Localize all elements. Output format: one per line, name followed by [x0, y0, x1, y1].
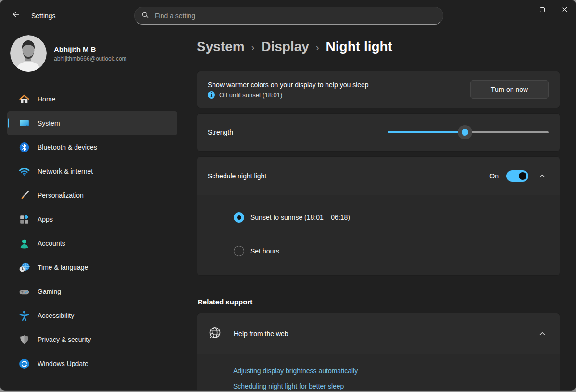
sidebar-item-privacy-security[interactable]: Privacy & security	[7, 328, 177, 352]
chevron-up-icon[interactable]	[536, 170, 548, 182]
radio-label: Sunset to sunrise (18:01 – 06:18)	[250, 214, 350, 221]
sidebar-item-label: Gaming	[38, 288, 61, 295]
profile-email: abhijithmb666@outlook.com	[54, 55, 127, 62]
network-icon	[18, 165, 30, 177]
back-button[interactable]	[8, 8, 24, 23]
breadcrumb: System › Display › Night light	[197, 38, 560, 55]
toggle-state-label: On	[489, 172, 499, 180]
minimize-icon	[517, 6, 523, 14]
sidebar-item-windows-update[interactable]: Windows Update	[7, 352, 177, 376]
bluetooth-icon	[18, 141, 30, 153]
search-icon	[141, 11, 155, 21]
page-title: Night light	[326, 39, 392, 54]
selected-accent-pill	[8, 119, 9, 128]
info-icon: i	[208, 91, 215, 99]
option-sunset-to-sunrise[interactable]: Sunset to sunrise (18:01 – 06:18)	[234, 212, 560, 223]
minimize-button[interactable]	[509, 0, 531, 20]
radio-label: Set hours	[250, 247, 279, 255]
strength-card: Strength	[197, 113, 560, 152]
close-button[interactable]	[553, 0, 576, 20]
sidebar-item-label: System	[38, 119, 60, 127]
link-adjusting-brightness[interactable]: Adjusting display brightness automatical…	[233, 367, 358, 375]
strength-label: Strength	[208, 128, 233, 136]
sidebar-nav: Home System Bluetooth & devices Net	[0, 87, 183, 376]
back-arrow-icon	[12, 10, 20, 21]
sidebar-item-label: Home	[38, 95, 55, 103]
avatar	[10, 35, 47, 72]
home-icon	[18, 93, 30, 105]
night-light-description: Show warmer colors on your display to he…	[208, 81, 470, 89]
schedule-toggle[interactable]	[506, 170, 528, 182]
sidebar-item-label: Accounts	[38, 240, 65, 247]
sidebar-item-accounts[interactable]: Accounts	[7, 231, 177, 255]
sidebar-item-label: Personalization	[38, 191, 84, 199]
profile-name: Abhijith M B	[54, 45, 127, 53]
sidebar-item-personalization[interactable]: Personalization	[7, 183, 177, 207]
gaming-icon	[18, 285, 30, 298]
system-icon	[18, 117, 30, 129]
main-content: System › Display › Night light Show warm…	[183, 25, 576, 390]
schedule-header[interactable]: Schedule night light On	[197, 157, 560, 195]
settings-window: Settings	[0, 0, 576, 391]
sidebar-item-label: Bluetooth & devices	[38, 143, 97, 151]
apps-icon	[18, 213, 30, 226]
sidebar-item-accessibility[interactable]: Accessibility	[7, 303, 177, 328]
sidebar-item-label: Apps	[38, 215, 53, 223]
sidebar-item-label: Windows Update	[38, 360, 88, 367]
turn-on-now-button[interactable]: Turn on now	[470, 80, 549, 99]
breadcrumb-system[interactable]: System	[197, 39, 245, 54]
user-profile[interactable]: Abhijith M B abhijithmb666@outlook.com	[10, 35, 127, 72]
sidebar-item-network-internet[interactable]: Network & internet	[7, 159, 177, 183]
chevron-up-icon[interactable]	[536, 328, 548, 340]
link-scheduling-night-light[interactable]: Scheduling night light for better sleep	[233, 382, 344, 390]
sidebar-item-label: Privacy & security	[38, 336, 91, 343]
privacy-security-icon	[18, 333, 30, 346]
help-links: Adjusting display brightness automatical…	[197, 354, 560, 391]
related-support-heading: Related support	[198, 298, 560, 307]
option-set-hours[interactable]: Set hours	[234, 245, 560, 257]
radio-selected-icon[interactable]	[234, 212, 244, 223]
help-card: Help from the web Adjusting display brig…	[197, 313, 560, 391]
sidebar-item-time-language[interactable]: Time & language	[7, 255, 177, 279]
sidebar-item-home[interactable]: Home	[7, 87, 177, 111]
sidebar-item-label: Time & language	[38, 264, 88, 271]
schedule-options: Sunset to sunrise (18:01 – 06:18) Set ho…	[197, 195, 560, 275]
night-light-status: Off until sunset (18:01)	[219, 91, 282, 99]
breadcrumb-display[interactable]: Display	[261, 39, 309, 54]
globe-search-icon	[208, 326, 222, 342]
night-light-status-card: Show warmer colors on your display to he…	[197, 71, 560, 108]
strength-slider[interactable]	[388, 125, 549, 139]
sidebar-item-apps[interactable]: Apps	[7, 207, 177, 231]
breadcrumb-separator: ›	[316, 40, 319, 53]
maximize-button[interactable]	[531, 0, 553, 20]
maximize-icon	[539, 6, 545, 14]
sidebar: Abhijith M B abhijithmb666@outlook.com H…	[0, 25, 183, 390]
radio-unselected-icon[interactable]	[234, 246, 244, 256]
window-controls	[509, 0, 576, 20]
schedule-label: Schedule night light	[208, 172, 266, 180]
close-icon	[562, 6, 568, 14]
accessibility-icon	[18, 309, 30, 322]
sidebar-item-bluetooth-devices[interactable]: Bluetooth & devices	[7, 135, 177, 159]
accounts-icon	[18, 237, 30, 250]
windows-update-icon	[18, 357, 30, 370]
toggle-knob	[519, 172, 526, 180]
search-input[interactable]	[155, 12, 436, 20]
app-title: Settings	[31, 12, 56, 20]
sidebar-item-system[interactable]: System	[7, 111, 177, 135]
breadcrumb-separator: ›	[251, 40, 255, 53]
personalization-icon	[18, 189, 30, 202]
help-header[interactable]: Help from the web	[197, 313, 560, 354]
search-box[interactable]	[134, 7, 443, 25]
strength-slider-fill	[388, 131, 465, 133]
sidebar-item-label: Network & internet	[38, 167, 93, 175]
time-language-icon	[18, 261, 30, 274]
schedule-card: Schedule night light On	[197, 156, 560, 276]
help-title: Help from the web	[234, 330, 288, 338]
sidebar-item-gaming[interactable]: Gaming	[7, 279, 177, 303]
sidebar-item-label: Accessibility	[38, 312, 74, 319]
strength-slider-thumb[interactable]	[458, 125, 472, 139]
